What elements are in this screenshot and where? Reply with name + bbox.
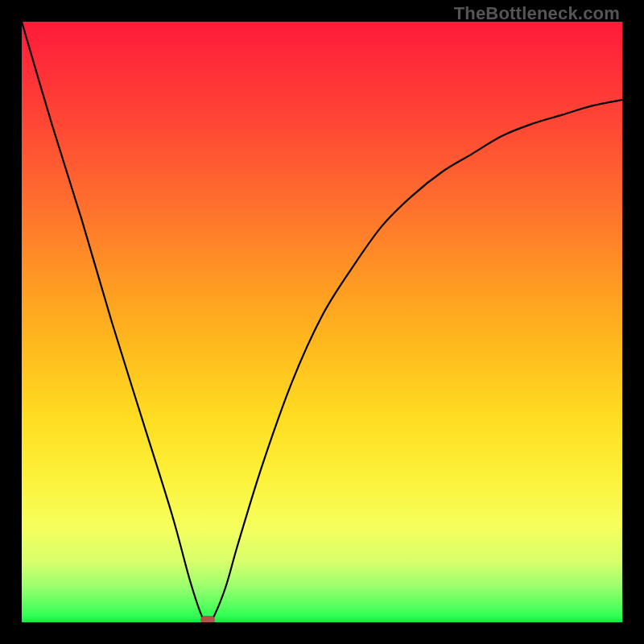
bottleneck-curve bbox=[22, 22, 622, 622]
chart-frame: TheBottleneck.com bbox=[0, 0, 644, 644]
curve-svg bbox=[22, 22, 622, 622]
plot-area bbox=[22, 22, 622, 622]
